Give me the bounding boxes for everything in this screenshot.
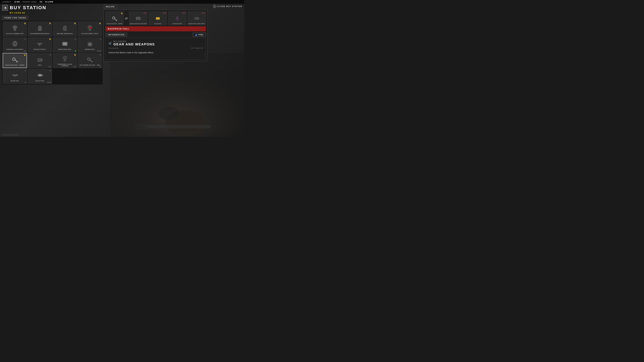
packet-loss-label: PACKET LOSS: xyxy=(23,1,37,3)
cassette-icon xyxy=(135,15,142,22)
pistol-icon xyxy=(36,39,44,48)
item-skeleton-key-worn[interactable]: 🔒 SKELETON KEY – WORN xyxy=(3,53,27,68)
information-tab[interactable]: INFORMATION xyxy=(106,33,127,37)
item-tempered-plate-carrier[interactable]: 🔒 TEMPERED PLATE CARRIER xyxy=(53,53,77,68)
armor-box-icon xyxy=(86,39,94,48)
item-gpu[interactable]: ∞ GPU xyxy=(28,53,52,68)
item-dots xyxy=(24,50,26,51)
recipe-item-label: VIDEOCASSETTE RECORDI xyxy=(129,23,147,24)
cash-value: $0 xyxy=(22,12,25,14)
item-dots xyxy=(47,82,51,83)
item-dots xyxy=(49,66,51,67)
recipe-ingredient-wine: 0 / 1 VINTAGE WINE xyxy=(168,11,186,25)
item-scavenger-backpack[interactable]: 🔒 SCAVENGER BACKPACK xyxy=(28,21,52,36)
dot xyxy=(98,50,100,51)
lock-icon: 🔒 xyxy=(74,22,76,24)
recipe-item-label: ENCRYPTED HARD DRIVE xyxy=(188,23,206,24)
lock-icon: 🔒 xyxy=(49,22,51,24)
dot xyxy=(74,66,75,67)
svg-point-62 xyxy=(176,17,178,20)
wine-icon xyxy=(174,15,180,22)
information-section: INFORMATION PING 🛒 BUY STATION GEAR AND … xyxy=(106,33,206,59)
item-durable-gas-mask[interactable]: ∞ DURABLE GAS MASK xyxy=(3,37,27,52)
cash-label: MY CASH xyxy=(10,12,21,14)
svg-rect-7 xyxy=(39,28,41,29)
recipe-lock-icon: 🔒 xyxy=(121,12,123,14)
svg-rect-34 xyxy=(40,59,40,61)
item-gold-fish[interactable]: ∞ GOLD-FISH xyxy=(28,69,52,84)
location-label: Residential xyxy=(108,47,118,49)
svg-rect-5 xyxy=(135,123,148,130)
svg-point-28 xyxy=(12,58,15,60)
cart-icon: 🛒 xyxy=(108,41,112,45)
recipe-item-label: VINTAGE WINE xyxy=(168,23,186,24)
ingredient-count: 0 / 1 xyxy=(182,12,186,14)
svg-rect-12 xyxy=(89,27,91,28)
item-3-plate-comms-vest[interactable]: 🔒 3-PLATE COMMS VEST xyxy=(3,21,27,36)
item-armor-box[interactable]: ∞ ARMOR BOX xyxy=(78,37,102,52)
backpack-icon xyxy=(36,24,44,32)
svg-rect-60 xyxy=(156,17,159,19)
dot xyxy=(49,66,50,67)
items-for-trade-header: ITEMS FOR TRADE xyxy=(2,16,28,20)
svg-point-15 xyxy=(15,42,16,44)
svg-rect-16 xyxy=(14,45,16,45)
item-name: 3-PLATE COMMS VEST xyxy=(6,33,24,34)
gas-mask-icon xyxy=(11,39,19,48)
lock-icon: 🔒 xyxy=(24,22,26,24)
latency-value: 18 MS xyxy=(14,1,20,3)
item-name: SCAVENGER BACKPACK xyxy=(30,33,50,34)
item-revive-pistol[interactable]: 🔒 REVIVE PISTOL xyxy=(28,37,52,52)
lock-icon: 🔒 xyxy=(99,22,101,24)
game-character-bg xyxy=(110,53,244,137)
ping-button[interactable]: PING xyxy=(193,33,206,36)
svg-point-24 xyxy=(63,43,64,44)
svg-rect-44 xyxy=(16,74,18,75)
item-ost-room-403-key[interactable]: ∞ OST ROOM 403 KEY – WO xyxy=(78,53,102,68)
info-sub-row: Residential MY CASH $0 xyxy=(108,47,203,49)
hard-drive-icon xyxy=(193,15,200,22)
dot xyxy=(100,66,101,67)
svg-rect-58 xyxy=(137,19,139,19)
dot-green xyxy=(75,50,76,51)
recipe-box: 🔒 SKELETON KEY – WORN ⇄ 0 / 1 VIDEOCASSE… xyxy=(104,10,208,61)
recipe-key-icon xyxy=(111,15,118,22)
svg-rect-45 xyxy=(12,75,14,76)
item-name: MUNITIONS BOX xyxy=(58,49,71,50)
svg-point-56 xyxy=(137,18,138,19)
item-secure-backpack[interactable]: 🔒 SECURE BACKPACK xyxy=(53,21,77,36)
ingredient-count: 0 / 2 xyxy=(163,12,166,14)
infinity-icon: ∞ xyxy=(50,69,51,71)
dot xyxy=(97,50,98,51)
back-button[interactable]: ◀ xyxy=(2,5,8,11)
item-name: 3-PLATE MEDIC VEST xyxy=(81,33,98,34)
dot xyxy=(75,66,76,67)
item-3-plate-medic-vest[interactable]: 🔒 3-PLATE MEDIC VEST xyxy=(78,21,102,36)
dot xyxy=(50,82,51,83)
item-munitions-box[interactable]: ∞ MUNITIONS BOX xyxy=(53,37,77,52)
backpack-full-bar: BACKPACK FULL xyxy=(106,26,206,31)
item-name: GOLD-FISH xyxy=(36,80,44,82)
items-grid: 🔒 3-PLATE COMMS VEST 🔒 SCAVENGER BACKPAC… xyxy=(2,21,103,84)
dot xyxy=(49,82,50,83)
item-name: SKELETON KEY – WORN xyxy=(5,64,24,66)
item-mcpr-300[interactable]: ∞ MCPR-300 xyxy=(3,69,27,84)
dot xyxy=(47,82,48,83)
item-dots xyxy=(75,50,76,51)
svg-point-40 xyxy=(88,58,90,60)
vest-icon xyxy=(11,24,19,32)
recipe-ingredient-cassette: 0 / 1 VIDEOCASSETTE RECORDI xyxy=(129,11,147,25)
fish-icon xyxy=(36,71,44,79)
recipe-ingredient-gold-bar: 0 / 2 GOLD BAR xyxy=(148,11,167,25)
recipe-item-label: GOLD BAR xyxy=(149,23,166,24)
svg-line-41 xyxy=(90,60,92,62)
right-panel: RECIPE 🔒 SKELETON KEY – WORN ⇄ 0 / 1 VID… xyxy=(104,5,208,61)
recipe-item-label: SKELETON KEY – WORN xyxy=(106,23,124,24)
recipe-items-row: 🔒 SKELETON KEY – WORN ⇄ 0 / 1 VIDEOCASSE… xyxy=(106,11,206,25)
info-header-row: INFORMATION PING xyxy=(106,33,206,37)
close-buy-station-button[interactable]: ⊙ CLOSE BUY STATION xyxy=(213,5,242,8)
lock-icon: 🔒 xyxy=(24,54,26,56)
page-title: BUY STATION xyxy=(10,5,46,10)
info-buy-station-header: 🛒 BUY STATION GEAR AND WEAPONS xyxy=(108,40,203,46)
item-dots xyxy=(25,82,26,83)
